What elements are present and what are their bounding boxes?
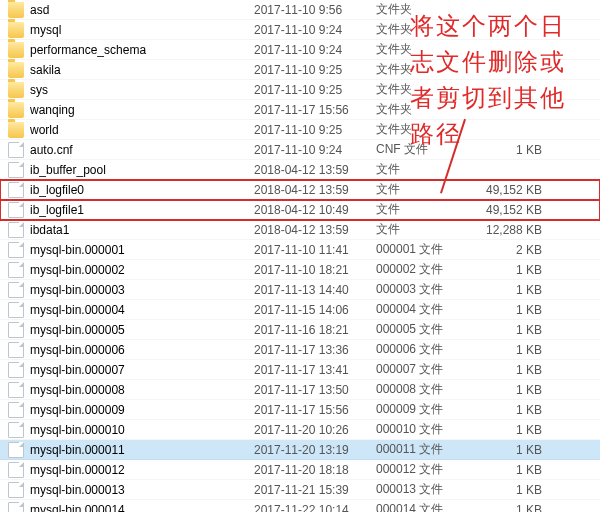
file-type: CNF 文件 bbox=[376, 141, 472, 158]
file-type: 000004 文件 bbox=[376, 301, 472, 318]
file-size: 1 KB bbox=[472, 343, 552, 357]
file-row[interactable]: mysql-bin.0000052017-11-16 18:21000005 文… bbox=[0, 320, 600, 340]
file-icon bbox=[8, 182, 24, 198]
file-size: 1 KB bbox=[472, 503, 552, 513]
file-size: 1 KB bbox=[472, 143, 552, 157]
file-name: world bbox=[30, 123, 254, 137]
file-date: 2017-11-10 9:25 bbox=[254, 83, 376, 97]
file-size: 12,288 KB bbox=[472, 223, 552, 237]
file-type: 000005 文件 bbox=[376, 321, 472, 338]
file-name: mysql-bin.000007 bbox=[30, 363, 254, 377]
file-row[interactable]: asd2017-11-10 9:56文件夹 bbox=[0, 0, 600, 20]
file-date: 2017-11-10 9:24 bbox=[254, 23, 376, 37]
file-name: mysql-bin.000003 bbox=[30, 283, 254, 297]
file-date: 2018-04-12 13:59 bbox=[254, 163, 376, 177]
file-type: 文件 bbox=[376, 201, 472, 218]
file-row[interactable]: mysql-bin.0000122017-11-20 18:18000012 文… bbox=[0, 460, 600, 480]
file-row[interactable]: mysql-bin.0000062017-11-17 13:36000006 文… bbox=[0, 340, 600, 360]
file-type: 文件夹 bbox=[376, 101, 472, 118]
file-row[interactable]: mysql-bin.0000042017-11-15 14:06000004 文… bbox=[0, 300, 600, 320]
file-icon bbox=[8, 222, 24, 238]
folder-icon bbox=[8, 42, 24, 58]
file-type: 文件夹 bbox=[376, 81, 472, 98]
file-date: 2017-11-13 14:40 bbox=[254, 283, 376, 297]
file-name: mysql-bin.000004 bbox=[30, 303, 254, 317]
file-size: 1 KB bbox=[472, 443, 552, 457]
file-row[interactable]: performance_schema2017-11-10 9:24文件夹 bbox=[0, 40, 600, 60]
file-date: 2017-11-17 15:56 bbox=[254, 403, 376, 417]
folder-icon bbox=[8, 62, 24, 78]
file-row[interactable]: mysql2017-11-10 9:24文件夹 bbox=[0, 20, 600, 40]
file-icon bbox=[8, 362, 24, 378]
file-row[interactable]: mysql-bin.0000072017-11-17 13:41000007 文… bbox=[0, 360, 600, 380]
file-icon bbox=[8, 482, 24, 498]
file-row[interactable]: mysql-bin.0000132017-11-21 15:39000013 文… bbox=[0, 480, 600, 500]
file-size: 1 KB bbox=[472, 283, 552, 297]
file-size: 1 KB bbox=[472, 403, 552, 417]
file-row[interactable]: sakila2017-11-10 9:25文件夹 bbox=[0, 60, 600, 80]
file-row[interactable]: ib_buffer_pool2018-04-12 13:59文件 bbox=[0, 160, 600, 180]
file-date: 2017-11-10 9:24 bbox=[254, 43, 376, 57]
file-type: 000001 文件 bbox=[376, 241, 472, 258]
file-icon bbox=[8, 342, 24, 358]
file-size: 1 KB bbox=[472, 463, 552, 477]
folder-icon bbox=[8, 102, 24, 118]
file-row[interactable]: mysql-bin.0000022017-11-10 18:21000002 文… bbox=[0, 260, 600, 280]
file-name: mysql-bin.000014 bbox=[30, 503, 254, 513]
file-row[interactable]: mysql-bin.0000092017-11-17 15:56000009 文… bbox=[0, 400, 600, 420]
file-row[interactable]: mysql-bin.0000012017-11-10 11:41000001 文… bbox=[0, 240, 600, 260]
file-name: sys bbox=[30, 83, 254, 97]
file-date: 2017-11-10 9:24 bbox=[254, 143, 376, 157]
file-date: 2018-04-12 13:59 bbox=[254, 183, 376, 197]
file-date: 2017-11-17 15:56 bbox=[254, 103, 376, 117]
file-type: 000002 文件 bbox=[376, 261, 472, 278]
file-icon bbox=[8, 262, 24, 278]
file-name: sakila bbox=[30, 63, 254, 77]
file-date: 2017-11-10 9:25 bbox=[254, 123, 376, 137]
file-name: performance_schema bbox=[30, 43, 254, 57]
file-icon bbox=[8, 462, 24, 478]
file-row[interactable]: mysql-bin.0000032017-11-13 14:40000003 文… bbox=[0, 280, 600, 300]
file-name: mysql-bin.000008 bbox=[30, 383, 254, 397]
file-icon bbox=[8, 422, 24, 438]
file-size: 49,152 KB bbox=[472, 203, 552, 217]
file-date: 2017-11-17 13:36 bbox=[254, 343, 376, 357]
folder-icon bbox=[8, 22, 24, 38]
file-icon bbox=[8, 502, 24, 513]
file-date: 2018-04-12 13:59 bbox=[254, 223, 376, 237]
file-name: ib_logfile0 bbox=[30, 183, 254, 197]
file-icon bbox=[8, 382, 24, 398]
file-row[interactable]: mysql-bin.0000112017-11-20 13:19000011 文… bbox=[0, 440, 600, 460]
file-date: 2017-11-17 13:50 bbox=[254, 383, 376, 397]
file-icon bbox=[8, 282, 24, 298]
file-row[interactable]: world2017-11-10 9:25文件夹 bbox=[0, 120, 600, 140]
file-name: asd bbox=[30, 3, 254, 17]
file-type: 000012 文件 bbox=[376, 461, 472, 478]
file-date: 2017-11-20 18:18 bbox=[254, 463, 376, 477]
file-row[interactable]: mysql-bin.0000142017-11-22 10:14000014 文… bbox=[0, 500, 600, 512]
file-row[interactable]: ib_logfile12018-04-12 10:49文件49,152 KB bbox=[0, 200, 600, 220]
file-date: 2017-11-20 13:19 bbox=[254, 443, 376, 457]
file-row[interactable]: auto.cnf2017-11-10 9:24CNF 文件1 KB bbox=[0, 140, 600, 160]
file-size: 1 KB bbox=[472, 483, 552, 497]
file-row[interactable]: sys2017-11-10 9:25文件夹 bbox=[0, 80, 600, 100]
file-date: 2017-11-10 11:41 bbox=[254, 243, 376, 257]
file-type: 文件 bbox=[376, 221, 472, 238]
file-type: 000006 文件 bbox=[376, 341, 472, 358]
file-name: mysql-bin.000009 bbox=[30, 403, 254, 417]
file-size: 2 KB bbox=[472, 243, 552, 257]
file-size: 1 KB bbox=[472, 263, 552, 277]
file-row[interactable]: wanqing2017-11-17 15:56文件夹 bbox=[0, 100, 600, 120]
file-row[interactable]: mysql-bin.0000102017-11-20 10:26000010 文… bbox=[0, 420, 600, 440]
file-type: 文件 bbox=[376, 181, 472, 198]
file-type: 000003 文件 bbox=[376, 281, 472, 298]
file-icon bbox=[8, 242, 24, 258]
file-type: 文件夹 bbox=[376, 1, 472, 18]
file-name: ibdata1 bbox=[30, 223, 254, 237]
file-row[interactable]: ibdata12018-04-12 13:59文件12,288 KB bbox=[0, 220, 600, 240]
file-icon bbox=[8, 442, 24, 458]
file-row[interactable]: mysql-bin.0000082017-11-17 13:50000008 文… bbox=[0, 380, 600, 400]
file-list: asd2017-11-10 9:56文件夹mysql2017-11-10 9:2… bbox=[0, 0, 600, 512]
file-row[interactable]: ib_logfile02018-04-12 13:59文件49,152 KB bbox=[0, 180, 600, 200]
file-name: mysql-bin.000006 bbox=[30, 343, 254, 357]
